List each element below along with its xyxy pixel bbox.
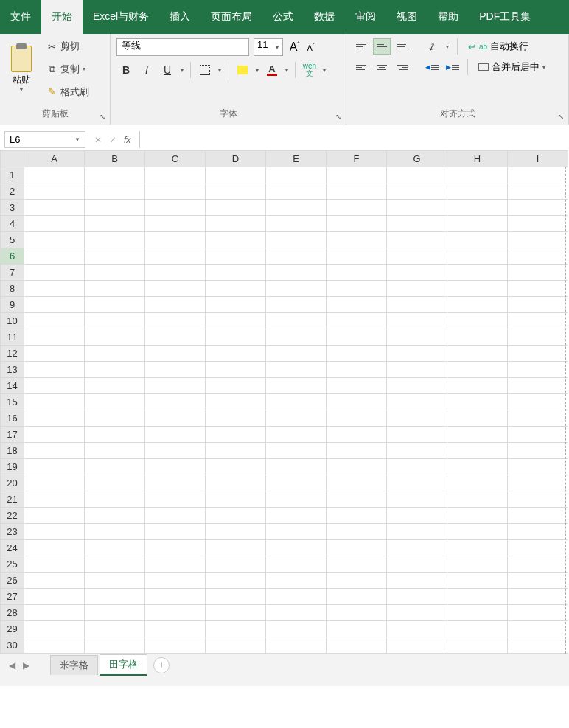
cell-F10[interactable] xyxy=(327,313,387,329)
decrease-indent-button[interactable]: ◀ xyxy=(423,59,441,75)
font-color-dropdown[interactable]: ▾ xyxy=(283,67,290,74)
cell-H28[interactable] xyxy=(447,605,508,621)
cell-G4[interactable] xyxy=(387,216,447,232)
cell-G11[interactable] xyxy=(387,329,447,346)
cell-C30[interactable] xyxy=(145,637,206,654)
tab-home[interactable]: 开始 xyxy=(41,0,83,34)
cell-I22[interactable] xyxy=(508,508,568,524)
merge-center-button[interactable]: 合并后居中 ▾ xyxy=(474,59,550,75)
row-header-12[interactable]: 12 xyxy=(1,346,24,362)
cell-H19[interactable] xyxy=(447,459,508,475)
cell-E21[interactable] xyxy=(266,491,327,508)
borders-button[interactable] xyxy=(195,60,214,80)
cell-B23[interactable] xyxy=(85,524,145,540)
cell-C27[interactable] xyxy=(145,589,206,605)
cell-A29[interactable] xyxy=(24,621,85,637)
cell-E16[interactable] xyxy=(266,410,327,427)
cell-E17[interactable] xyxy=(266,427,327,443)
cell-F27[interactable] xyxy=(327,589,387,605)
cell-B9[interactable] xyxy=(85,297,145,313)
cell-H23[interactable] xyxy=(447,524,508,540)
cell-G30[interactable] xyxy=(387,637,447,654)
cell-A14[interactable] xyxy=(24,378,85,394)
tab-view[interactable]: 视图 xyxy=(386,0,427,34)
cell-D5[interactable] xyxy=(206,232,266,248)
cell-A7[interactable] xyxy=(24,265,85,281)
row-header-4[interactable]: 4 xyxy=(1,216,24,232)
row-header-22[interactable]: 22 xyxy=(1,508,24,524)
cell-C22[interactable] xyxy=(145,508,206,524)
cell-E20[interactable] xyxy=(266,475,327,491)
row-header-29[interactable]: 29 xyxy=(1,621,24,637)
cell-I26[interactable] xyxy=(508,573,568,589)
sheet-nav-next[interactable]: ▶ xyxy=(20,660,32,671)
cell-B22[interactable] xyxy=(85,508,145,524)
cell-I23[interactable] xyxy=(508,524,568,540)
cell-H26[interactable] xyxy=(447,573,508,589)
cell-H3[interactable] xyxy=(447,200,508,216)
row-header-19[interactable]: 19 xyxy=(1,459,24,475)
cell-G14[interactable] xyxy=(387,378,447,394)
font-name-select[interactable]: 等线 xyxy=(116,38,249,56)
row-header-27[interactable]: 27 xyxy=(1,589,24,605)
cell-A11[interactable] xyxy=(24,329,85,346)
orientation-button[interactable]: ⤢ xyxy=(423,38,441,55)
font-size-select[interactable]: 11 xyxy=(254,38,283,56)
cell-F21[interactable] xyxy=(327,491,387,508)
cell-I14[interactable] xyxy=(508,378,568,394)
cell-A23[interactable] xyxy=(24,524,85,540)
cell-H10[interactable] xyxy=(447,313,508,329)
cell-B27[interactable] xyxy=(85,589,145,605)
cell-G23[interactable] xyxy=(387,524,447,540)
column-header-B[interactable]: B xyxy=(85,151,145,167)
cell-F29[interactable] xyxy=(327,621,387,637)
column-header-E[interactable]: E xyxy=(266,151,327,167)
cell-F12[interactable] xyxy=(327,346,387,362)
column-header-G[interactable]: G xyxy=(387,151,447,167)
cell-F20[interactable] xyxy=(327,475,387,491)
paste-button[interactable]: 粘贴 ▼ xyxy=(4,37,38,102)
cell-B2[interactable] xyxy=(85,183,145,200)
cell-A24[interactable] xyxy=(24,540,85,556)
column-header-I[interactable]: I xyxy=(508,151,568,167)
cell-C14[interactable] xyxy=(145,378,206,394)
cell-B18[interactable] xyxy=(85,443,145,459)
row-header-26[interactable]: 26 xyxy=(1,573,24,589)
cell-A1[interactable] xyxy=(24,167,85,183)
cell-A13[interactable] xyxy=(24,362,85,378)
cell-I20[interactable] xyxy=(508,475,568,491)
cell-B30[interactable] xyxy=(85,637,145,654)
cell-D19[interactable] xyxy=(206,459,266,475)
cell-A18[interactable] xyxy=(24,443,85,459)
cell-D22[interactable] xyxy=(206,508,266,524)
cell-H30[interactable] xyxy=(447,637,508,654)
spreadsheet-grid[interactable]: ABCDEFGHI1234567891011121314151617181920… xyxy=(0,150,569,654)
cell-H17[interactable] xyxy=(447,427,508,443)
font-launcher-icon[interactable]: ⤡ xyxy=(334,113,343,122)
cell-D17[interactable] xyxy=(206,427,266,443)
column-header-H[interactable]: H xyxy=(447,151,508,167)
column-header-A[interactable]: A xyxy=(24,151,85,167)
alignment-launcher-icon[interactable]: ⤡ xyxy=(556,113,565,122)
sheet-tab-tianzige[interactable]: 田字格 xyxy=(100,654,147,676)
tab-formulas[interactable]: 公式 xyxy=(262,0,304,34)
cell-I16[interactable] xyxy=(508,410,568,427)
sheet-nav-prev[interactable]: ◀ xyxy=(6,660,18,671)
cell-I27[interactable] xyxy=(508,589,568,605)
cell-G2[interactable] xyxy=(387,183,447,200)
cell-C8[interactable] xyxy=(145,281,206,297)
row-header-3[interactable]: 3 xyxy=(1,200,24,216)
cell-E1[interactable] xyxy=(266,167,327,183)
cancel-formula-button[interactable]: ✕ xyxy=(94,135,102,145)
increase-indent-button[interactable]: ▶ xyxy=(444,59,461,75)
cell-F6[interactable] xyxy=(327,248,387,265)
row-header-16[interactable]: 16 xyxy=(1,410,24,427)
cell-A15[interactable] xyxy=(24,394,85,410)
cell-C10[interactable] xyxy=(145,313,206,329)
cell-H6[interactable] xyxy=(447,248,508,265)
cell-H20[interactable] xyxy=(447,475,508,491)
cell-C21[interactable] xyxy=(145,491,206,508)
cell-E6[interactable] xyxy=(266,248,327,265)
cell-C25[interactable] xyxy=(145,556,206,573)
cell-D3[interactable] xyxy=(206,200,266,216)
